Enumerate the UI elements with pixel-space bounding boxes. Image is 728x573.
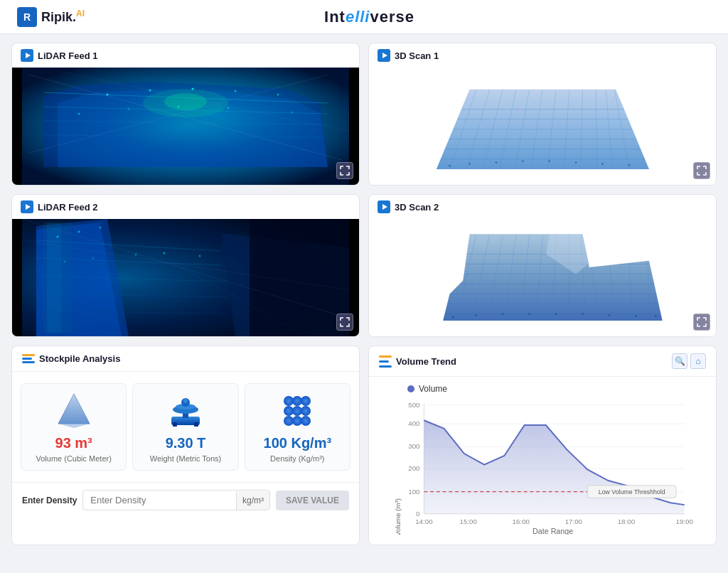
stockpile-analysis-panel: Stockpile Analysis — [11, 346, 360, 545]
svg-point-68 — [78, 231, 80, 233]
svg-rect-119 — [194, 422, 198, 427]
svg-text:18:00: 18:00 — [618, 518, 636, 525]
lidar-feed-1-expand-btn[interactable] — [336, 162, 353, 179]
svg-text:17:00: 17:00 — [565, 518, 583, 525]
stockpile-metrics-grid: 93 m³ Volume (Cubic Meter) — [12, 372, 359, 482]
volume-label: Volume (Cubic Meter) — [36, 454, 111, 463]
svg-point-105 — [608, 314, 610, 316]
density-unit-label: kg/m³ — [236, 491, 269, 510]
svg-marker-111 — [58, 424, 90, 428]
intelliverse-elli: elli — [346, 8, 370, 26]
svg-point-72 — [135, 254, 137, 256]
ripik-logo: R Ripik.AI — [17, 7, 85, 27]
scan-3d-2-play-icon — [378, 200, 390, 213]
svg-point-106 — [634, 315, 636, 317]
weight-icon — [166, 391, 205, 431]
svg-text:15:00: 15:00 — [460, 518, 478, 525]
svg-point-71 — [92, 257, 95, 259]
svg-text:14:00: 14:00 — [415, 518, 433, 525]
density-metric-card: 100 Kg/m³ Density (Kg/m³) — [245, 383, 350, 471]
svg-point-73 — [164, 252, 166, 255]
save-value-button[interactable]: SAVE VALUE — [276, 491, 349, 510]
volume-icon — [54, 391, 94, 431]
lidar-feed-2-header: LiDAR Feed 2 — [12, 195, 359, 219]
volume-value: 93 m³ — [55, 435, 92, 451]
main-grid: LiDAR Feed 1 — [0, 34, 728, 554]
trend-action-buttons: 🔍 ⌂ — [672, 353, 706, 369]
weight-label: Weight (Metric Tons) — [150, 454, 221, 463]
density-input-label: Enter Density — [22, 496, 77, 505]
chart-area: 0 100 200 300 400 500 — [379, 400, 706, 535]
svg-rect-58 — [250, 219, 349, 336]
density-input-wrapper: kg/m³ — [82, 490, 270, 510]
svg-text:16:00: 16:00 — [513, 518, 530, 525]
trend-stripe-icon — [379, 355, 392, 368]
svg-point-107 — [655, 315, 657, 317]
ripik-logo-text: Ripik.AI — [41, 9, 85, 25]
svg-text:100: 100 — [408, 488, 420, 496]
volume-metric-card: 93 m³ Volume (Cubic Meter) — [21, 383, 127, 471]
weight-value: 9.30 T — [166, 435, 206, 451]
lidar-feed-2-image — [12, 219, 359, 336]
intelliverse-logo: Intelliverse — [324, 8, 414, 26]
scan-3d-2-image — [369, 219, 716, 336]
svg-point-69 — [100, 227, 102, 229]
svg-point-121 — [292, 396, 302, 406]
intelliverse-int: Int — [324, 8, 346, 26]
lidar-feed-2-title: LiDAR Feed 2 — [38, 202, 98, 213]
svg-text:19:00: 19:00 — [676, 518, 694, 525]
svg-point-101 — [501, 314, 503, 316]
volume-trend-title: Volume Trend — [396, 356, 456, 367]
svg-point-49 — [548, 161, 550, 163]
app-header: R Ripik.AI Intelliverse — [0, 0, 728, 34]
scan-3d-1-header: 3D Scan 1 — [369, 43, 716, 68]
home-button[interactable]: ⌂ — [690, 353, 706, 369]
intelliverse-verse: verse — [370, 8, 414, 26]
svg-text:Date Range: Date Range — [532, 527, 573, 535]
svg-point-46 — [469, 163, 471, 165]
svg-point-103 — [555, 314, 557, 316]
lidar-feed-1-image — [12, 68, 359, 185]
svg-text:300: 300 — [408, 442, 420, 450]
density-input-field[interactable] — [83, 491, 236, 510]
svg-point-51 — [601, 163, 604, 165]
scan-3d-2-panel: 3D Scan 2 — [368, 194, 717, 337]
svg-point-99 — [451, 316, 454, 318]
density-icon — [277, 391, 317, 431]
svg-text:Volume (m³): Volume (m³) — [394, 498, 402, 535]
svg-point-127 — [292, 416, 302, 426]
scan-3d-1-image — [369, 68, 716, 185]
lidar-feed-1-title: LiDAR Feed 1 — [38, 50, 98, 61]
lidar-feed-2-play-icon — [21, 200, 33, 213]
svg-point-100 — [475, 314, 477, 316]
svg-point-52 — [628, 164, 630, 166]
density-value: 100 Kg/m³ — [264, 435, 332, 451]
lidar-feed-1-header: LiDAR Feed 1 — [12, 43, 359, 68]
svg-point-126 — [284, 416, 294, 426]
chart-container: Volume 0 — [369, 377, 716, 545]
lidar-feed-1-play-icon — [21, 49, 33, 62]
chart-legend: Volume — [379, 384, 706, 394]
scan-3d-2-expand-btn[interactable] — [693, 314, 710, 331]
lidar-feed-1-panel: LiDAR Feed 1 — [11, 43, 360, 186]
weight-metric-card: 9.30 T Weight (Metric Tons) — [132, 383, 238, 471]
svg-point-128 — [301, 416, 311, 426]
stockpile-title: Stockpile Analysis — [39, 353, 120, 364]
svg-point-104 — [582, 314, 584, 316]
svg-marker-110 — [58, 394, 90, 424]
svg-point-48 — [522, 161, 524, 163]
svg-text:500: 500 — [408, 401, 420, 409]
zoom-button[interactable]: 🔍 — [672, 353, 687, 369]
legend-label: Volume — [419, 384, 447, 394]
volume-trend-title-group: Volume Trend — [379, 355, 456, 368]
legend-dot — [407, 385, 414, 392]
scan-3d-1-title: 3D Scan 1 — [395, 50, 439, 61]
scan-3d-1-expand-btn[interactable] — [693, 162, 710, 179]
stockpile-header: Stockpile Analysis — [12, 346, 359, 372]
scan-3d-1-play-icon — [378, 49, 390, 62]
svg-rect-24 — [22, 68, 349, 185]
lidar-feed-2-expand-btn[interactable] — [336, 314, 353, 331]
density-input-row: Enter Density kg/m³ SAVE VALUE — [12, 482, 359, 518]
svg-rect-118 — [173, 422, 177, 427]
svg-point-45 — [449, 165, 451, 167]
